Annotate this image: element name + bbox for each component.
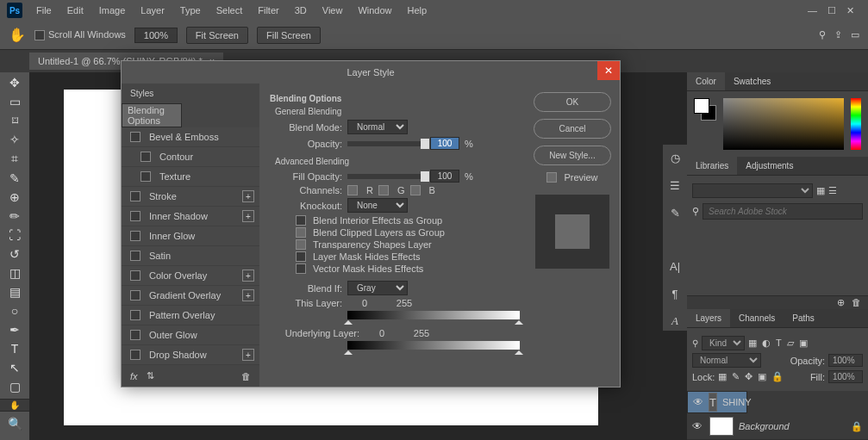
style-outer-glow[interactable]: Outer Glow <box>122 325 259 345</box>
preview-checkbox[interactable] <box>546 172 557 183</box>
layers-tab[interactable]: Layers <box>687 309 730 327</box>
lib-trash-icon[interactable]: 🗑 <box>852 297 861 307</box>
plus-icon[interactable]: + <box>242 190 254 202</box>
color-tab[interactable]: Color <box>687 72 725 90</box>
layer-item[interactable]: 👁 T SHINY <box>687 391 747 413</box>
properties-icon[interactable]: ☰ <box>665 176 684 195</box>
vector-mask-checkbox[interactable] <box>296 263 306 274</box>
new-style-button[interactable]: New Style... <box>534 146 611 165</box>
menu-select[interactable]: Select <box>209 3 250 18</box>
brush-panel-icon[interactable]: ✎ <box>665 203 684 222</box>
transparency-shapes-checkbox[interactable] <box>296 239 306 250</box>
channel-r-checkbox[interactable] <box>347 185 358 195</box>
filter-smart-icon[interactable]: ▣ <box>799 338 808 349</box>
fill-input[interactable] <box>828 370 863 383</box>
move-tool[interactable]: ✥ <box>4 76 25 90</box>
menu-layer[interactable]: Layer <box>134 3 172 18</box>
zoom-input[interactable]: 100% <box>134 28 178 43</box>
menu-help[interactable]: Help <box>401 3 434 18</box>
plus-icon[interactable]: + <box>242 270 254 282</box>
lasso-tool[interactable]: ⌑ <box>4 114 25 127</box>
paragraph-icon[interactable]: ¶ <box>665 284 684 303</box>
plus-icon[interactable]: + <box>242 210 254 222</box>
adjustments-tab[interactable]: Adjustments <box>737 157 802 175</box>
cancel-button[interactable]: Cancel <box>534 119 611 139</box>
dialog-close-button[interactable]: ✕ <box>597 61 620 80</box>
fill-screen-button[interactable]: Fill Screen <box>257 27 321 44</box>
fill-value[interactable]: 100 <box>430 170 459 183</box>
fx-icon[interactable]: fx <box>130 371 138 381</box>
character-icon[interactable]: A| <box>665 257 684 276</box>
history-brush-tool[interactable]: ↺ <box>4 247 25 261</box>
stock-search-input[interactable] <box>703 203 863 220</box>
stamp-tool[interactable]: ⛶ <box>4 228 25 242</box>
layer-mask-checkbox[interactable] <box>296 251 306 262</box>
eyedropper-tool[interactable]: ✎ <box>4 171 25 185</box>
maximize-icon[interactable]: ☐ <box>827 5 836 16</box>
style-stroke[interactable]: Stroke+ <box>122 187 259 207</box>
layer-item[interactable]: 👁 Background 🔒 <box>687 413 868 440</box>
filter-type-icon[interactable]: T <box>776 338 782 349</box>
style-inner-glow[interactable]: Inner Glow <box>122 226 259 246</box>
channel-b-checkbox[interactable] <box>410 185 421 195</box>
fill-slider[interactable] <box>347 174 425 179</box>
glyphs-icon[interactable]: A <box>665 312 684 331</box>
blend-mode-select[interactable]: Normal <box>692 353 761 368</box>
style-texture[interactable]: Texture <box>122 167 259 187</box>
close-icon[interactable]: ✕ <box>846 5 854 16</box>
wand-tool[interactable]: ✧ <box>4 133 25 146</box>
menu-image[interactable]: Image <box>92 3 133 18</box>
style-blending-options[interactable]: Blending Options <box>122 103 182 127</box>
history-icon[interactable]: ◷ <box>665 148 684 167</box>
lock-artboard-icon[interactable]: ▣ <box>758 371 766 382</box>
grid-view-icon[interactable]: ▦ <box>816 185 825 196</box>
blur-tool[interactable]: ○ <box>4 304 25 318</box>
channel-g-checkbox[interactable] <box>378 185 389 195</box>
blendif-select[interactable]: Gray <box>347 281 408 295</box>
libraries-tab[interactable]: Libraries <box>687 157 737 175</box>
blend-mode-select[interactable]: Normal <box>347 120 408 134</box>
blend-clipped-checkbox[interactable] <box>296 227 306 238</box>
color-picker[interactable] <box>723 98 844 150</box>
lock-position-icon[interactable]: ✎ <box>732 371 740 382</box>
opacity-value[interactable]: 100 <box>430 137 459 150</box>
trash-icon[interactable]: 🗑 <box>241 371 251 381</box>
plus-icon[interactable]: + <box>242 289 254 301</box>
opacity-input[interactable] <box>828 354 863 367</box>
menu-view[interactable]: View <box>315 3 350 18</box>
visibility-icon[interactable]: 👁 <box>692 420 704 432</box>
style-color-overlay[interactable]: Color Overlay+ <box>122 266 259 286</box>
menu-filter[interactable]: Filter <box>251 3 285 18</box>
style-satin[interactable]: Satin <box>122 246 259 266</box>
minimize-icon[interactable]: — <box>808 5 817 16</box>
this-layer-slider[interactable] <box>347 311 520 319</box>
type-tool[interactable]: T <box>4 342 25 356</box>
pen-tool[interactable]: ✒ <box>4 323 25 337</box>
zoom-tool[interactable]: 🔍 <box>4 417 25 431</box>
style-inner-shadow[interactable]: Inner Shadow+ <box>122 207 259 226</box>
shape-tool[interactable]: ▢ <box>4 380 25 394</box>
gradient-tool[interactable]: ▤ <box>4 285 25 299</box>
lock-move-icon[interactable]: ✥ <box>745 371 752 382</box>
path-tool[interactable]: ↖ <box>4 361 25 375</box>
marquee-tool[interactable]: ▭ <box>4 95 25 108</box>
kind-filter[interactable]: Kind <box>702 336 745 350</box>
menu-edit[interactable]: Edit <box>60 3 91 18</box>
workspace-icon[interactable]: ▭ <box>851 29 859 40</box>
brush-tool[interactable]: ✏ <box>4 209 25 223</box>
library-select[interactable] <box>692 183 813 198</box>
channels-tab[interactable]: Channels <box>730 309 784 327</box>
menu-3d[interactable]: 3D <box>288 3 314 18</box>
opacity-slider[interactable] <box>347 141 425 146</box>
lib-add-icon[interactable]: ⊕ <box>837 297 845 308</box>
swatches-tab[interactable]: Swatches <box>725 72 779 90</box>
paths-tab[interactable]: Paths <box>784 309 823 327</box>
style-drop-shadow[interactable]: Drop Shadow+ <box>122 345 259 365</box>
menu-file[interactable]: File <box>29 3 59 18</box>
filter-shape-icon[interactable]: ▱ <box>787 338 794 349</box>
underlying-slider[interactable] <box>347 341 520 350</box>
search-icon[interactable]: ⚲ <box>819 29 826 40</box>
heal-tool[interactable]: ⊕ <box>4 190 25 204</box>
lock-pixels-icon[interactable]: ▦ <box>718 371 727 382</box>
style-bevel[interactable]: Bevel & Emboss <box>122 127 259 147</box>
